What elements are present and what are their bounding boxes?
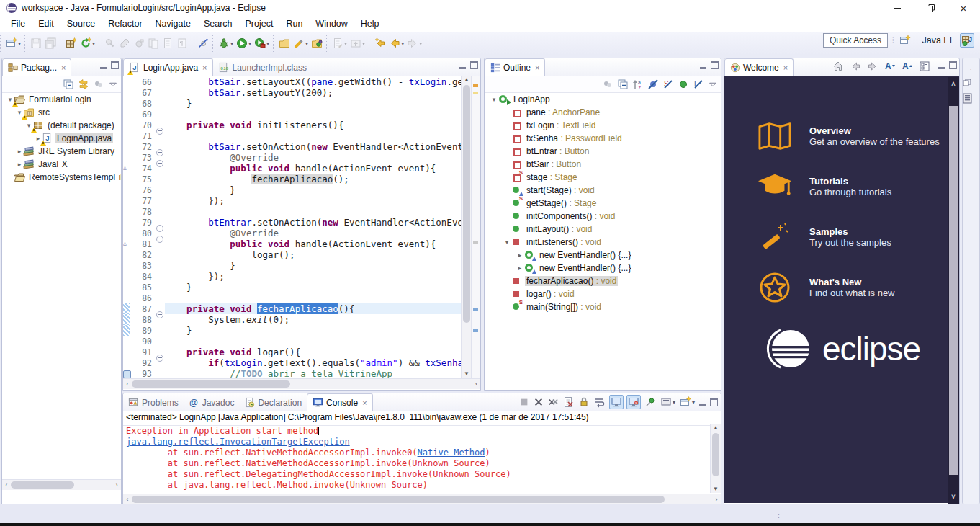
new-wizard-icon[interactable]: ▾ bbox=[4, 36, 22, 50]
outline-item-main-string-[interactable]: Smain(String[]) : void bbox=[485, 300, 721, 313]
stacktrace-link[interactable]: Native Method bbox=[418, 447, 485, 458]
close-window-button[interactable]: × bbox=[947, 0, 980, 16]
hide-local-types-icon[interactable]: L bbox=[693, 79, 704, 90]
code-line-70[interactable]: 70 private void initListeners(){ bbox=[123, 120, 480, 130]
scrollbar-thumb[interactable] bbox=[712, 433, 719, 476]
tree-item--default-package-[interactable]: ▾(default package) bbox=[2, 119, 121, 132]
customize-icon[interactable] bbox=[919, 61, 930, 72]
scroll-right-icon[interactable]: › bbox=[712, 496, 721, 503]
menu-window[interactable]: Window bbox=[309, 17, 354, 30]
welcome-link-what-s-new[interactable]: What's NewFind out what is new bbox=[756, 271, 959, 304]
drag-handle[interactable]: · · · · bbox=[963, 60, 979, 73]
menu-edit[interactable]: Edit bbox=[32, 17, 60, 30]
outline-item-txsenha[interactable]: txSenha : PasswordField bbox=[485, 132, 721, 145]
new-snippet-dropdown-icon[interactable]: ▾ bbox=[344, 40, 347, 47]
scroll-left-icon[interactable]: ‹ bbox=[123, 496, 132, 503]
forward-icon[interactable] bbox=[867, 61, 878, 72]
mark-occurrences-icon[interactable] bbox=[196, 36, 210, 50]
document-view-icon[interactable] bbox=[963, 93, 979, 104]
terminate-icon[interactable] bbox=[518, 396, 530, 408]
show-stderr-icon[interactable]: x bbox=[626, 395, 641, 409]
font-decrease-icon[interactable]: A bbox=[884, 61, 896, 72]
collapse-all-icon[interactable] bbox=[63, 79, 74, 90]
hide-non-public-icon[interactable] bbox=[678, 79, 689, 90]
restore-archive-icon[interactable]: ▾ bbox=[349, 36, 367, 50]
show-stdout-icon[interactable] bbox=[609, 395, 624, 409]
focus-icon[interactable] bbox=[602, 79, 613, 90]
code-line-85[interactable]: 85 } bbox=[123, 282, 480, 293]
tab-javadoc[interactable]: @Javadoc bbox=[184, 394, 240, 411]
outline-item-txlogin[interactable]: txLogin : TextField bbox=[485, 119, 721, 132]
outline-item-initcomponents-[interactable]: initComponents() : void bbox=[485, 210, 721, 223]
tree-item-javafx[interactable]: ▸JavaFX bbox=[2, 158, 121, 171]
code-line-79[interactable]: 79 btEntrar.setOnAction(new EventHandler… bbox=[123, 217, 480, 228]
outline-item-new-eventhandler-[interactable]: ▸new EventHandler() {...} bbox=[485, 249, 721, 262]
focus-icon[interactable] bbox=[93, 79, 104, 90]
minimize-view-icon[interactable] bbox=[100, 61, 107, 69]
close-icon[interactable]: × bbox=[202, 63, 207, 72]
remove-all-terminated-icon[interactable] bbox=[547, 396, 559, 408]
code-line-89[interactable]: 89 } bbox=[123, 325, 480, 336]
code-line-66[interactable]: 66 btSair.setLayoutX((pane.getWidth() - … bbox=[123, 76, 480, 87]
minimize-view-icon[interactable] bbox=[459, 61, 466, 69]
tab-outline[interactable]: Outline × bbox=[485, 58, 545, 76]
back-dropdown-icon[interactable]: ▾ bbox=[401, 40, 404, 47]
code-line-68[interactable]: 68 } bbox=[123, 98, 480, 109]
scrollbar-thumb[interactable] bbox=[463, 85, 470, 323]
close-icon[interactable]: × bbox=[535, 63, 539, 72]
tree-item-loginapp-java[interactable]: ▸JLoginApp.java bbox=[2, 132, 121, 145]
display-selected-console-icon[interactable]: ▾ bbox=[660, 396, 676, 409]
collapse-all-icon[interactable] bbox=[617, 79, 629, 90]
scroll-up-icon[interactable]: ▲ bbox=[462, 76, 472, 83]
scroll-up-icon[interactable]: ˄ bbox=[948, 80, 959, 88]
welcome-link-samples[interactable]: SamplesTry out the samples bbox=[756, 220, 959, 254]
font-increase-icon[interactable]: A bbox=[902, 61, 913, 72]
chevron-right-icon[interactable]: ▸ bbox=[16, 148, 23, 155]
scrollbar-thumb[interactable] bbox=[11, 481, 74, 489]
run-dropdown-icon[interactable]: ▾ bbox=[248, 40, 251, 47]
back-icon[interactable]: ▾ bbox=[387, 36, 405, 50]
code-line-67[interactable]: 67 btSair.setLayoutY(200); bbox=[123, 87, 480, 98]
outline-item-new-eventhandler-[interactable]: ▸new EventHandler() {...} bbox=[485, 262, 721, 275]
close-icon[interactable]: × bbox=[61, 63, 66, 72]
open-folder-icon[interactable] bbox=[277, 36, 292, 50]
save-all-icon[interactable] bbox=[43, 36, 58, 50]
welcome-link-tutorials[interactable]: TutorialsGo through tutorials bbox=[756, 170, 959, 203]
view-menu-icon[interactable] bbox=[108, 79, 118, 89]
code-line-77[interactable]: 77 }); bbox=[123, 195, 480, 206]
code-line-71[interactable]: 71 bbox=[123, 130, 480, 141]
outline-item-loginapp[interactable]: ▾LoginApp bbox=[485, 93, 721, 106]
highlight-icon[interactable]: ▾ bbox=[292, 36, 310, 50]
tree-item-jre-system-library[interactable]: ▸JRE System Library bbox=[2, 145, 121, 158]
close-icon[interactable]: × bbox=[783, 63, 788, 72]
code-line-82[interactable]: 82 logar(); bbox=[123, 249, 480, 260]
outline-item-btentrar[interactable]: btEntrar : Button bbox=[485, 145, 721, 158]
overview-selection-marker[interactable] bbox=[473, 329, 478, 332]
package-explorer-hscrollbar[interactable]: ‹ › bbox=[2, 479, 121, 490]
code-line-76[interactable]: 76 } bbox=[123, 184, 480, 195]
welcome-scrollbar[interactable]: ˄ ˅ bbox=[948, 77, 959, 504]
tree-item-src[interactable]: ▾src bbox=[2, 106, 121, 119]
tree-item-remotesystemstempfiles[interactable]: RemoteSystemsTempFiles bbox=[2, 171, 121, 184]
scrollbar-thumb[interactable] bbox=[949, 106, 958, 475]
editor-hscrollbar[interactable]: ‹ › bbox=[123, 378, 480, 389]
open-console-icon[interactable]: ▾ bbox=[679, 396, 696, 409]
chevron-down-icon[interactable]: ▾ bbox=[490, 96, 498, 103]
sort-icon[interactable]: az bbox=[632, 79, 644, 90]
menu-source[interactable]: Source bbox=[60, 17, 102, 30]
menu-help[interactable]: Help bbox=[354, 17, 386, 30]
pin-console-icon[interactable] bbox=[644, 396, 657, 409]
display-selected-console-dropdown-icon[interactable]: ▾ bbox=[673, 399, 675, 406]
minimize-view-icon[interactable] bbox=[938, 61, 945, 69]
chevron-right-icon[interactable]: ▸ bbox=[16, 161, 23, 168]
menu-file[interactable]: File bbox=[4, 17, 32, 30]
copy-qualified-icon[interactable] bbox=[146, 36, 161, 50]
new-wizard-dropdown-icon[interactable]: ▾ bbox=[18, 40, 21, 47]
scroll-left-icon[interactable]: ‹ bbox=[123, 380, 132, 388]
overview-occurrence-marker[interactable] bbox=[473, 241, 478, 244]
scrollbar-thumb[interactable] bbox=[132, 380, 290, 388]
coverage-icon[interactable] bbox=[132, 36, 146, 50]
code-line-72[interactable]: 72 btSair.setOnAction(new EventHandler<A… bbox=[123, 141, 480, 152]
new-snippet-icon[interactable]: ▾ bbox=[331, 36, 349, 50]
code-line-78[interactable]: 78 bbox=[123, 206, 480, 217]
